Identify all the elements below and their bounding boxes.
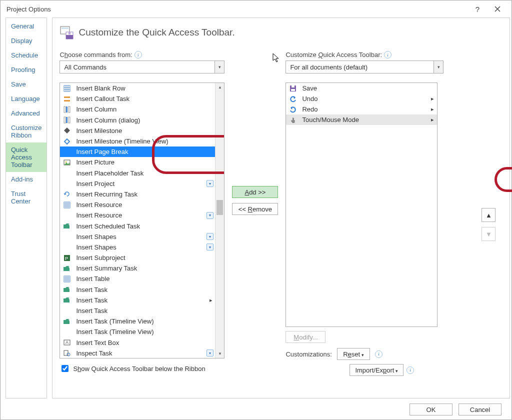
choose-commands-combo[interactable]: All Commands bbox=[60, 60, 224, 74]
command-item[interactable]: Insert Milestone bbox=[60, 126, 216, 136]
scroll-up-button[interactable] bbox=[216, 83, 224, 92]
info-icon[interactable]: i bbox=[134, 51, 142, 58]
command-item[interactable]: Insert Project bbox=[60, 178, 216, 189]
qat-label: Save bbox=[302, 84, 317, 92]
customize-qat-value: For all documents (default) bbox=[290, 64, 368, 71]
command-item[interactable]: Insert Placeholder Task bbox=[60, 168, 216, 178]
scroll-thumb[interactable] bbox=[216, 200, 223, 215]
blank-icon bbox=[63, 232, 71, 240]
svg-rect-41 bbox=[64, 350, 68, 356]
qat-item[interactable]: Save bbox=[286, 83, 437, 94]
nav-item-advanced[interactable]: Advanced bbox=[6, 106, 46, 120]
svg-text:A: A bbox=[66, 340, 68, 345]
command-item[interactable]: +Insert Task bbox=[60, 295, 216, 306]
nav-item-language[interactable]: Language bbox=[6, 92, 46, 106]
command-item[interactable]: Inspect Task bbox=[60, 348, 216, 358]
command-item[interactable]: Insert Recurring Task bbox=[60, 189, 216, 200]
qat-item[interactable]: Redo bbox=[286, 104, 437, 114]
command-item[interactable]: +Insert Task (Timeline View) bbox=[60, 316, 216, 326]
diamond-icon bbox=[63, 126, 71, 134]
command-item[interactable]: Insert Column (dialog) bbox=[60, 115, 216, 126]
help-button[interactable]: ? bbox=[468, 2, 488, 16]
command-item[interactable]: Insert Page Break bbox=[60, 146, 216, 157]
scrollbar[interactable] bbox=[215, 83, 224, 358]
command-label: Insert Milestone bbox=[76, 127, 122, 134]
nav-item-customize-ribbon[interactable]: Customize Ribbon bbox=[6, 120, 46, 142]
proj-icon: P bbox=[63, 254, 71, 262]
command-item[interactable]: Insert Shapes bbox=[60, 232, 216, 242]
checkbox-input[interactable] bbox=[62, 365, 68, 372]
scroll-down-button[interactable] bbox=[216, 350, 224, 358]
command-item[interactable]: Insert Shapes bbox=[60, 242, 216, 252]
nav-item-schedule[interactable]: Schedule bbox=[6, 48, 46, 62]
nav-item-save[interactable]: Save bbox=[6, 77, 46, 92]
choose-commands-label: Choose commands from: i bbox=[60, 51, 224, 58]
dropdown-split-icon[interactable] bbox=[206, 233, 214, 240]
folder-add-icon: + bbox=[63, 318, 71, 326]
command-item[interactable]: Insert Milestone (Timeline View) bbox=[60, 136, 216, 146]
command-item[interactable]: Insert Resource bbox=[60, 200, 216, 210]
available-commands-listbox[interactable]: Insert Blank RowInsert Callout TaskInser… bbox=[60, 82, 224, 358]
command-label: Insert Picture bbox=[76, 158, 114, 166]
grid-icon bbox=[63, 201, 71, 209]
qat-item[interactable]: Touch/Mouse Mode bbox=[286, 114, 437, 125]
command-item[interactable]: Insert Column bbox=[60, 104, 216, 114]
move-down-button[interactable]: ▼ bbox=[482, 227, 496, 241]
customize-qat-combo[interactable]: For all documents (default) bbox=[286, 60, 444, 74]
dropdown-split-icon[interactable] bbox=[206, 350, 214, 356]
svg-rect-12 bbox=[64, 96, 70, 98]
cancel-button[interactable]: Cancel bbox=[458, 404, 502, 416]
ok-button[interactable]: OK bbox=[410, 404, 452, 416]
col-icon bbox=[63, 116, 71, 124]
dropdown-split-icon[interactable] bbox=[206, 180, 214, 187]
nav-item-quick-access-toolbar[interactable]: Quick Access Toolbar bbox=[6, 142, 46, 172]
command-item[interactable]: AInsert Text Box bbox=[60, 338, 216, 348]
command-item[interactable]: Insert Picture bbox=[60, 157, 216, 168]
nav-item-add-ins[interactable]: Add-ins bbox=[6, 172, 46, 186]
import-export-button[interactable]: Import/Export bbox=[350, 364, 404, 376]
command-item[interactable]: Insert Blank Row bbox=[60, 83, 216, 94]
current-qat-listbox[interactable]: SaveUndoRedoTouch/Mouse Mode bbox=[286, 82, 438, 327]
svg-text:+: + bbox=[68, 222, 70, 227]
command-label: Insert Text Box bbox=[76, 339, 119, 346]
svg-rect-6 bbox=[68, 32, 70, 34]
command-label: Insert Blank Row bbox=[76, 84, 125, 92]
command-item[interactable]: Insert Resource bbox=[60, 210, 216, 220]
command-item[interactable]: PInsert Subproject bbox=[60, 252, 216, 263]
nav-item-display[interactable]: Display bbox=[6, 34, 46, 48]
command-item[interactable]: +Insert Scheduled Task bbox=[60, 220, 216, 231]
dropdown-split-icon[interactable] bbox=[206, 244, 214, 250]
remove-button[interactable]: << Remove bbox=[232, 203, 278, 215]
dropdown-split-icon[interactable] bbox=[206, 212, 214, 219]
info-icon[interactable]: i bbox=[406, 366, 414, 374]
info-icon[interactable]: i bbox=[384, 51, 392, 58]
command-label: Inspect Task bbox=[76, 350, 112, 357]
qat-label: Touch/Mouse Mode bbox=[302, 116, 358, 124]
command-label: Insert Task bbox=[76, 286, 108, 294]
reset-button[interactable]: Reset bbox=[337, 348, 370, 360]
help-icon: ? bbox=[476, 5, 480, 14]
command-label: Insert Task (Timeline View) bbox=[76, 318, 154, 325]
panel-header: Customize the Quick Access Toolbar. bbox=[60, 25, 502, 40]
command-label: Insert Table bbox=[76, 275, 110, 282]
command-item[interactable]: Insert Task bbox=[60, 306, 216, 316]
command-item[interactable]: +Insert Summary Task bbox=[60, 263, 216, 274]
panel-title: Customize the Quick Access Toolbar. bbox=[78, 27, 234, 38]
modify-button[interactable]: Modify... bbox=[286, 331, 326, 343]
add-button[interactable]: Add >> bbox=[232, 186, 278, 198]
info-icon[interactable]: i bbox=[375, 350, 382, 358]
close-button[interactable] bbox=[488, 2, 508, 16]
command-item[interactable]: Insert Task (Timeline View) bbox=[60, 326, 216, 337]
command-item[interactable]: +Insert Task bbox=[60, 284, 216, 295]
qat-item[interactable]: Undo bbox=[286, 94, 437, 104]
show-qat-below-ribbon-checkbox[interactable]: Show Quick Access Toolbar below the Ribb… bbox=[60, 364, 224, 374]
nav-item-trust-center[interactable]: Trust Center bbox=[6, 186, 46, 208]
command-item[interactable]: Insert Callout Task bbox=[60, 94, 216, 104]
nav-item-proofing[interactable]: Proofing bbox=[6, 62, 46, 77]
scroll-track[interactable] bbox=[216, 92, 224, 350]
svg-rect-3 bbox=[62, 28, 68, 29]
move-up-button[interactable]: ▲ bbox=[482, 208, 496, 222]
submenu-arrow-icon bbox=[431, 96, 434, 102]
command-item[interactable]: Insert Table bbox=[60, 274, 216, 284]
nav-item-general[interactable]: General bbox=[6, 19, 46, 34]
